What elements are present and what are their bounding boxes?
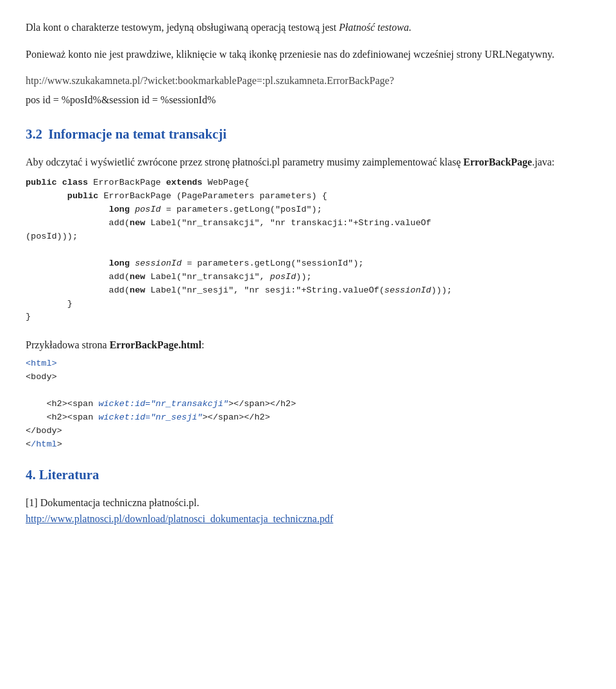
literature-item-1: [1] Dokumentacja techniczna płatności.pl… — [26, 495, 590, 527]
example-label: Przykładowa strona ErrorBackPage.html: — [26, 337, 590, 353]
section-32-title: 3.2 Informacje na temat transakcji — [26, 123, 590, 144]
url-line: htp://www.szukakamneta.pl/?wicket:bookma… — [26, 72, 590, 89]
section-4-heading: Literatura — [39, 467, 99, 482]
example-label-end: : — [201, 339, 204, 350]
section-4-title: 4. Literatura — [26, 464, 590, 485]
section-32-desc-end: .java: — [532, 157, 554, 167]
lit-text-1: [1] Dokumentacja techniczna płatności.pl… — [26, 495, 590, 511]
param-line: pos id = %posId%&session id = %sessionId… — [26, 92, 590, 108]
url-text: htp://www.szukakamneta.pl/?wicket:bookma… — [26, 75, 394, 86]
example-label-start: Przykładowa strona — [26, 339, 110, 350]
section-32-number: 3.2 — [26, 126, 42, 141]
java-code-block: public class ErrorBackPage extends WebPa… — [26, 176, 590, 324]
section-32-desc-bold: ErrorBackPage — [463, 157, 532, 167]
intro-para2: Ponieważ konto nie jest prawdziwe, klikn… — [26, 46, 590, 63]
intro-para1: Dla kont o charakterze testowym, jedyną … — [26, 19, 590, 36]
section-32-desc-start: Aby odczytać i wyświetlić zwrócone przez… — [26, 157, 463, 167]
intro-text-start: Dla kont o charakterze testowym, jedyną … — [26, 22, 339, 33]
section-32-heading: Informacje na temat transakcji — [48, 126, 227, 141]
lit-link-1[interactable]: http://www.platnosci.pl/download/platnos… — [26, 513, 333, 524]
section-4-number: 4. — [26, 467, 36, 482]
example-label-bold: ErrorBackPage.html — [110, 339, 201, 350]
section-32-desc: Aby odczytać i wyświetlić zwrócone przez… — [26, 154, 590, 171]
intro-italic: Płatność testowa. — [339, 22, 411, 33]
html-code-block: <html> <body> <h2><span wicket:id="nr_tr… — [26, 357, 590, 451]
